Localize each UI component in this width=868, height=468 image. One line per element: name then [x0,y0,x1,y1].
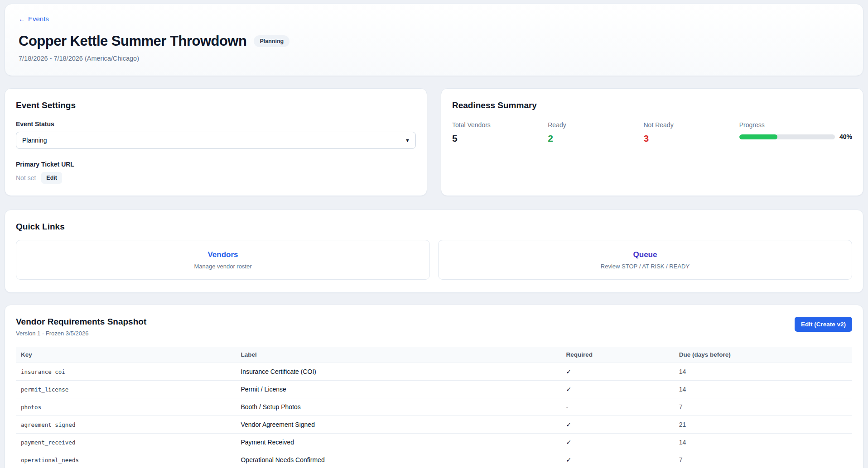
back-to-events-link[interactable]: ←Events [19,15,49,23]
cell-req: ✓ [561,381,674,398]
stat-label: Not Ready [643,121,739,129]
cell-label: Booth / Setup Photos [236,398,561,416]
cell-due: 7 [674,398,852,416]
cell-key: permit_license [16,381,236,398]
cell-due: 14 [674,381,852,398]
event-status-select[interactable]: Planning ▼ [16,132,416,149]
readiness-summary-title: Readiness Summary [452,100,852,110]
vendor-requirements-card: Vendor Requirements Snapshot Version 1 ·… [5,305,863,468]
quick-link-queue[interactable]: Queue Review STOP / AT RISK / READY [438,240,852,280]
snapshot-header: Vendor Requirements Snapshot Version 1 ·… [16,317,852,337]
back-link-label: Events [28,15,49,23]
stat-label: Ready [548,121,643,129]
quick-link-description: Review STOP / AT RISK / READY [601,263,690,270]
stat-value: 2 [548,133,643,144]
snapshot-titles: Vendor Requirements Snapshot Version 1 ·… [16,317,146,337]
table-row: permit_licensePermit / License✓14 [16,381,852,398]
status-badge: Planning [254,35,289,47]
page-title: Copper Kettle Summer Throwdown [19,33,246,49]
column-header-due: Due (days before) [674,347,852,363]
edit-create-v2-button[interactable]: Edit (Create v2) [795,317,852,332]
event-status-selected-value: Planning [22,137,47,144]
progress-row: 40% [739,133,852,140]
quick-links-grid: Vendors Manage vendor roster Queue Revie… [16,240,852,280]
readiness-summary-card: Readiness Summary Total Vendors 5 Ready … [441,88,863,196]
cell-req: ✓ [561,363,674,381]
cell-label: Permit / License [236,381,561,398]
quick-links-title: Quick Links [16,222,852,232]
quick-link-label: Vendors [207,250,238,259]
cell-due: 14 [674,363,852,381]
requirements-table: Key Label Required Due (days before) ins… [16,347,852,468]
cell-req: - [561,398,674,416]
event-status-label: Event Status [16,120,416,128]
progress-bar-fill [739,134,778,139]
ticket-url-label: Primary Ticket URL [16,161,416,168]
quick-link-vendors[interactable]: Vendors Manage vendor roster [16,240,430,280]
quick-link-label: Queue [633,250,657,259]
progress-label: Progress [739,121,852,129]
table-row: operational_needsOperational Needs Confi… [16,451,852,468]
column-header-key: Key [16,347,236,363]
cell-key: operational_needs [16,451,236,468]
cell-req: ✓ [561,434,674,451]
snapshot-subtitle: Version 1 · Frozen 3/5/2026 [16,330,146,337]
cell-label: Vendor Agreement Signed [236,416,561,434]
cell-key: photos [16,398,236,416]
snapshot-title: Vendor Requirements Snapshot [16,317,146,327]
cell-due: 7 [674,451,852,468]
quick-link-description: Manage vendor roster [194,263,251,270]
readiness-stats: Total Vendors 5 Ready 2 Not Ready 3 Prog… [452,121,852,144]
quick-links-card: Quick Links Vendors Manage vendor roster… [5,210,863,293]
stat-value: 3 [643,133,739,144]
event-header: ←Events Copper Kettle Summer Throwdown P… [5,4,863,76]
column-header-label: Label [236,347,561,363]
table-header-row: Key Label Required Due (days before) [16,347,852,363]
stat-progress: Progress 40% [739,121,852,144]
title-row: Copper Kettle Summer Throwdown Planning [19,33,849,49]
cell-req: ✓ [561,416,674,434]
table-body: insurance_coiInsurance Certificate (COI)… [16,363,852,468]
event-settings-title: Event Settings [16,100,416,110]
ticket-url-value: Not set [16,174,36,181]
progress-bar-track [739,134,835,139]
table-row: agreement_signedVendor Agreement Signed✓… [16,416,852,434]
table-row: payment_receivedPayment Received✓14 [16,434,852,451]
edit-ticket-url-button[interactable]: Edit [41,172,62,184]
cell-req: ✓ [561,451,674,468]
cell-key: payment_received [16,434,236,451]
chevron-down-icon: ▼ [405,138,410,143]
stat-value: 5 [452,133,548,144]
progress-percent: 40% [839,133,852,140]
cell-label: Insurance Certificate (COI) [236,363,561,381]
stat-ready: Ready 2 [548,121,643,144]
event-settings-card: Event Settings Event Status Planning ▼ P… [5,88,427,196]
table-row: insurance_coiInsurance Certificate (COI)… [16,363,852,381]
event-date-range: 7/18/2026 - 7/18/2026 (America/Chicago) [19,55,849,62]
stat-not-ready: Not Ready 3 [643,121,739,144]
cell-due: 14 [674,434,852,451]
column-header-required: Required [561,347,674,363]
cell-label: Payment Received [236,434,561,451]
settings-readiness-row: Event Settings Event Status Planning ▼ P… [5,88,863,196]
cell-due: 21 [674,416,852,434]
cell-label: Operational Needs Confirmed [236,451,561,468]
event-detail-page: ←Events Copper Kettle Summer Throwdown P… [5,0,863,468]
stat-label: Total Vendors [452,121,548,129]
cell-key: agreement_signed [16,416,236,434]
stat-total-vendors: Total Vendors 5 [452,121,548,144]
back-arrow-icon: ← [19,15,25,23]
ticket-url-row: Not set Edit [16,172,416,184]
cell-key: insurance_coi [16,363,236,381]
table-row: photosBooth / Setup Photos-7 [16,398,852,416]
